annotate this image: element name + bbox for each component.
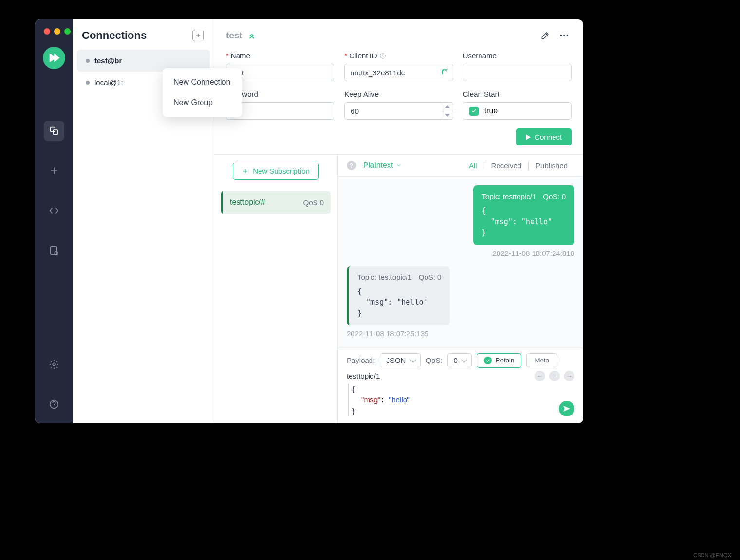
keep-alive-input[interactable] [344, 102, 453, 120]
client-id-label: *Client ID [344, 52, 453, 60]
play-icon [526, 134, 531, 140]
topbar: test [214, 19, 583, 52]
filter-published[interactable]: Published [529, 162, 574, 170]
username-input[interactable] [463, 64, 572, 81]
main-panel: test *Name *Client ID [214, 19, 583, 423]
clean-start-value: true [484, 107, 498, 115]
svg-rect-2 [51, 247, 57, 255]
clean-start-field[interactable]: true [463, 102, 572, 120]
maximize-window-button[interactable] [64, 28, 71, 35]
connection-title: test [226, 30, 242, 41]
svg-point-6 [560, 35, 562, 36]
messages-header: ? Plaintext All Received Published [338, 155, 583, 177]
nav-log-icon[interactable] [44, 240, 64, 261]
number-spinner [442, 102, 453, 120]
clock-icon [379, 53, 386, 59]
subscription-qos: QoS 0 [303, 199, 324, 207]
connections-panel: Connections test@br local@1: New Connect… [73, 19, 214, 423]
history-next-icon[interactable]: → [564, 371, 574, 381]
spinner-down-icon[interactable] [442, 111, 453, 120]
nav-connections-icon[interactable] [44, 121, 64, 141]
workspace: New Subscription testtopic/# QoS 0 ? Pla… [214, 154, 583, 423]
dropdown-new-group[interactable]: New Group [163, 92, 242, 113]
plus-icon [242, 168, 249, 175]
payload-format-select[interactable]: JSON [380, 353, 421, 367]
meta-button[interactable]: Meta [526, 353, 557, 367]
msg-timestamp: 2022-11-08 18:07:24:810 [347, 249, 574, 257]
add-connection-button[interactable] [192, 30, 204, 41]
message-row: Topic: testtopic/1 QoS: 0 { "msg": "hell… [347, 185, 574, 245]
svg-point-7 [563, 35, 565, 36]
payload-label: Payload: [347, 356, 375, 364]
msg-topic: Topic: testtopic/1 [482, 192, 536, 200]
connection-label: local@1: [94, 78, 123, 87]
filter-all[interactable]: All [462, 162, 484, 170]
qos-select[interactable]: 0 [447, 353, 472, 367]
watermark: CSDN @EMQX [693, 552, 731, 558]
refresh-icon[interactable] [441, 68, 448, 77]
subscription-topic: testtopic/# [230, 198, 265, 207]
nav-settings-icon[interactable] [44, 354, 64, 375]
history-mid-icon[interactable]: − [549, 371, 560, 381]
filter-received[interactable]: Received [484, 162, 529, 170]
message-list[interactable]: Topic: testtopic/1 QoS: 0 { "msg": "hell… [338, 177, 583, 348]
msg-body: { "msg": "hello" } [482, 205, 566, 238]
msg-timestamp: 2022-11-08 18:07:25:135 [347, 329, 574, 338]
name-label: *Name [226, 52, 334, 60]
connection-label: test@br [94, 56, 122, 65]
add-dropdown: New Connection New Group [163, 68, 242, 117]
send-icon [562, 404, 571, 413]
collapse-icon[interactable] [247, 31, 256, 40]
client-id-input[interactable] [344, 64, 453, 81]
connections-title: Connections [82, 29, 147, 42]
retain-toggle[interactable]: Retain [477, 353, 522, 368]
chevron-down-icon [396, 163, 402, 168]
msg-qos: QoS: 0 [419, 273, 442, 281]
history-prev-icon[interactable]: ← [535, 371, 545, 381]
status-dot-icon [86, 59, 90, 63]
connect-button[interactable]: Connect [516, 128, 572, 145]
new-subscription-button[interactable]: New Subscription [233, 163, 319, 180]
subscriptions-panel: New Subscription testtopic/# QoS 0 [214, 155, 338, 423]
status-dot-icon [86, 81, 90, 85]
subscription-item[interactable]: testtopic/# QoS 0 [221, 191, 331, 214]
composer-topic[interactable]: testtopic/1 [347, 372, 380, 380]
format-select[interactable]: Plaintext [363, 161, 402, 170]
svg-point-8 [567, 35, 569, 36]
msg-qos: QoS: 0 [543, 192, 566, 200]
svg-rect-0 [51, 127, 55, 132]
send-button[interactable] [559, 401, 574, 416]
edit-icon[interactable] [538, 29, 552, 42]
svg-point-4 [53, 363, 56, 366]
svg-rect-1 [53, 130, 57, 134]
nav-help-icon[interactable] [44, 394, 64, 415]
qos-label: QoS: [426, 356, 442, 364]
close-window-button[interactable] [44, 28, 50, 35]
msg-body: { "msg": "hello" } [357, 286, 441, 319]
clean-start-label: Clean Start [463, 90, 572, 98]
history-nav: ← − → [535, 371, 574, 381]
connection-form: *Name *Client ID Username Passwo [214, 52, 583, 154]
app-window: Connections test@br local@1: New Connect… [35, 19, 583, 423]
message-bubble-out: Topic: testtopic/1 QoS: 0 { "msg": "hell… [473, 185, 574, 245]
nav-rail [35, 19, 73, 423]
payload-editor[interactable]: { "msg": "hello" } [348, 384, 574, 417]
spinner-up-icon[interactable] [442, 102, 453, 111]
minimize-window-button[interactable] [54, 28, 60, 35]
nav-script-icon[interactable] [44, 200, 64, 221]
app-logo [43, 47, 65, 69]
composer: Payload: JSON QoS: 0 Retain Meta [338, 348, 583, 424]
username-label: Username [463, 52, 572, 60]
dropdown-new-connection[interactable]: New Connection [163, 72, 242, 92]
filter-tabs: All Received Published [462, 162, 574, 170]
help-badge-icon[interactable]: ? [347, 161, 356, 170]
checkbox-icon[interactable] [469, 107, 479, 116]
window-traffic-lights [44, 28, 71, 35]
nav-add-icon[interactable] [44, 161, 64, 181]
message-row: Topic: testtopic/1 QoS: 0 { "msg": "hell… [347, 266, 574, 326]
more-icon[interactable] [557, 28, 572, 43]
check-circle-icon [484, 357, 492, 364]
msg-topic: Topic: testtopic/1 [357, 273, 412, 281]
keep-alive-label: Keep Alive [344, 90, 453, 98]
message-bubble-in: Topic: testtopic/1 QoS: 0 { "msg": "hell… [347, 266, 450, 326]
